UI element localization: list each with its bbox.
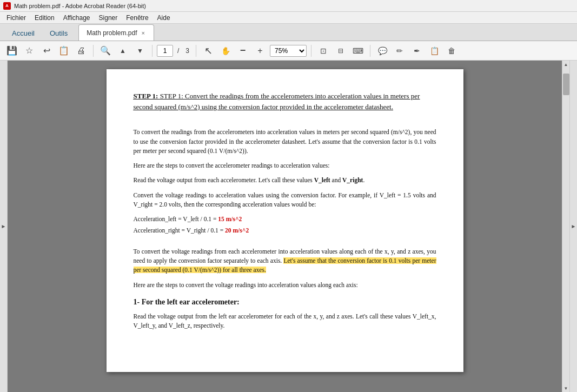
sep4 (311, 45, 311, 57)
tab-outils[interactable]: Outils (42, 25, 75, 41)
pdf-container[interactable]: STEP 1: STEP 1: Convert the readings fro… (8, 61, 562, 392)
app-icon: A (3, 2, 11, 10)
para4: Convert the voltage readings to accelera… (134, 191, 436, 210)
stamp-button[interactable]: 📋 (427, 43, 442, 58)
fit-button[interactable]: ⊡ (316, 43, 331, 58)
page-separator: / (177, 47, 179, 55)
zoom-plus-button[interactable]: + (253, 43, 268, 58)
para5: To convert the voltage readings from eac… (134, 247, 436, 275)
right-panel-toggle[interactable]: ► (569, 61, 577, 392)
formula1-text: Acceleration_left = V_left / 0.1 = (134, 216, 218, 222)
tab-bar: Accueil Outils Math problem.pdf × (0, 24, 577, 41)
tab-pdf-label: Math problem.pdf (87, 29, 137, 37)
menu-bar: Fichier Edition Affichage Signer Fenêtre… (0, 12, 577, 24)
vertical-scrollbar: ▲ ▼ (562, 61, 569, 392)
formula2-text: Acceleration_right = V_right / 0.1 = (134, 227, 226, 234)
para6: Here are the steps to convert the voltag… (134, 281, 436, 290)
page-input[interactable] (157, 45, 173, 57)
panel-button[interactable]: ⊟ (333, 43, 348, 58)
tab-pdf-active: Math problem.pdf × (78, 24, 154, 41)
back-button[interactable]: ↩ (39, 43, 54, 58)
section-heading: 1- For the left ear accelerometer: (134, 296, 436, 308)
step-label: STEP 1 (134, 92, 156, 100)
step-heading: STEP 1: STEP 1: Convert the readings fro… (134, 91, 436, 112)
para3c: and (330, 177, 342, 183)
left-panel-toggle[interactable]: ► (0, 61, 8, 392)
formula1-value: 15 m/s^2 (218, 216, 242, 222)
para3a: Read the voltage output from each accele… (134, 177, 314, 183)
export-button[interactable]: 📋 (56, 43, 71, 58)
cursor-tool-button[interactable]: ↖ (201, 43, 216, 58)
para1: To convert the readings from the acceler… (134, 128, 436, 156)
save-button[interactable]: 💾 (4, 43, 19, 58)
formula2-value: 20 m/s^2 (225, 227, 249, 234)
tab-accueil[interactable]: Accueil (4, 25, 42, 41)
comment-button[interactable]: 💬 (375, 43, 390, 58)
window-title: Math problem.pdf - Adobe Acrobat Reader … (14, 3, 146, 9)
step-text: STEP 1: Convert the readings from the ac… (134, 92, 420, 111)
trash-button[interactable]: 🗑 (444, 43, 459, 58)
highlight-button[interactable]: ✒ (409, 43, 425, 58)
menu-affichage[interactable]: Affichage (59, 13, 95, 23)
keyboard-button[interactable]: ⌨ (350, 43, 366, 58)
tab-close-button[interactable]: × (141, 30, 146, 36)
page-total: 3 (185, 47, 189, 55)
zoom-select[interactable]: 50% 75% 100% 125% 150% 200% (270, 45, 307, 57)
bookmark-button[interactable]: ☆ (22, 43, 37, 58)
menu-signer[interactable]: Signer (95, 13, 122, 23)
title-bar: A Math problem.pdf - Adobe Acrobat Reade… (0, 0, 577, 12)
para2: Here are the steps to convert the accele… (134, 161, 436, 170)
sep1 (93, 45, 94, 57)
scroll-down-button[interactable]: ▼ (562, 384, 570, 392)
para7: Read the voltage output from the left ea… (134, 312, 436, 331)
main-area: ► STEP 1: STEP 1: Convert the readings f… (0, 61, 577, 392)
pen-button[interactable]: ✏ (392, 43, 407, 58)
zoom-out-button[interactable]: 🔍 (98, 43, 113, 58)
toolbar: 💾 ☆ ↩ 📋 🖨 🔍 ▲ ▼ / 3 ↖ ✋ − + 50% 75% 100%… (0, 41, 577, 61)
para3b: V_left (314, 177, 330, 183)
para3: Read the voltage output from each accele… (134, 176, 436, 185)
para3e: . (363, 177, 364, 183)
menu-aide[interactable]: Aide (153, 13, 175, 23)
menu-fenetre[interactable]: Fenêtre (122, 13, 152, 23)
para3d: V_right (342, 177, 363, 183)
formula1: Acceleration_left = V_left / 0.1 = 15 m/… (134, 215, 436, 224)
menu-fichier[interactable]: Fichier (2, 13, 30, 23)
pdf-page: STEP 1: STEP 1: Convert the readings fro… (107, 69, 463, 372)
page-up-button[interactable]: ▲ (115, 43, 130, 58)
scroll-thumb[interactable] (563, 74, 569, 95)
sep3 (196, 45, 196, 57)
pdf-content: STEP 1: STEP 1: Convert the readings fro… (134, 91, 436, 330)
sep2 (152, 45, 152, 57)
zoom-minus-button[interactable]: − (235, 43, 250, 58)
menu-edition[interactable]: Edition (30, 13, 59, 23)
sep5 (370, 45, 370, 57)
scroll-track[interactable] (562, 68, 569, 384)
print-button[interactable]: 🖨 (74, 43, 89, 58)
scroll-up-button[interactable]: ▲ (562, 61, 570, 68)
hand-tool-button[interactable]: ✋ (218, 43, 233, 58)
step-colon: : (156, 92, 160, 100)
page-down-button[interactable]: ▼ (132, 43, 148, 58)
formula2: Acceleration_right = V_right / 0.1 = 20 … (134, 226, 436, 235)
